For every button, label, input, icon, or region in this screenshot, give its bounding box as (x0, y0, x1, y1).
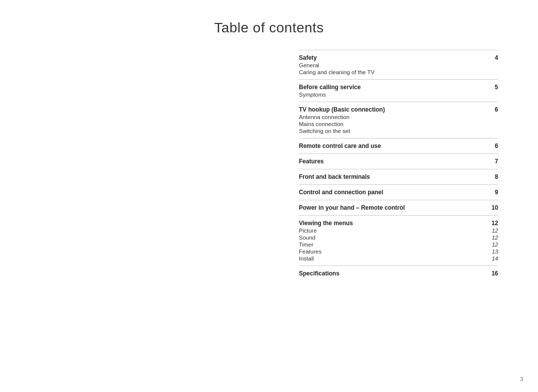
toc-row-safety-sub1: Caring and cleaning of the TV (299, 69, 498, 75)
toc-row-tv-hookup-sub1: Mains connection (299, 121, 498, 127)
toc-row-viewing-menus-sub4: Install 14 (299, 256, 498, 261)
toc-row-viewing-menus-title: Viewing the menus 12 (299, 220, 498, 227)
toc-page-viewing-menus-sub1: 12 (488, 235, 498, 241)
toc-sub-viewing-menus-4: Install (299, 256, 314, 261)
toc-page-features: 7 (488, 158, 498, 165)
toc-section-before-calling: Before calling service 5 Symptoms (299, 79, 498, 102)
toc-page-control-panel: 9 (488, 189, 498, 196)
toc-row-before-calling-sub0: Symptoms (299, 92, 498, 98)
toc-row-safety-title: Safety 4 (299, 54, 498, 61)
toc-sub-tv-hookup-2: Switching on the set (299, 128, 350, 134)
toc-section-tv-hookup: TV hookup (Basic connection) 6 Antenna c… (299, 102, 498, 138)
page-container: Table of contents Safety 4 General Carin… (0, 0, 538, 392)
toc-page-viewing-menus-sub2: 12 (488, 242, 498, 248)
toc-row-before-calling-title: Before calling service 5 (299, 84, 498, 91)
toc-section-front-back: Front and back terminals 8 (299, 169, 498, 184)
toc-title-front-back: Front and back terminals (299, 173, 370, 180)
toc-section-safety: Safety 4 General Caring and cleaning of … (299, 50, 498, 79)
toc-section-control-panel: Control and connection panel 9 (299, 184, 498, 200)
toc-row-remote-control-care-title: Remote control care and use 6 (299, 142, 498, 149)
toc-row-front-back-title: Front and back terminals 8 (299, 173, 498, 180)
toc-row-specifications-title: Specifications 16 (299, 270, 498, 277)
toc-title-features: Features (299, 158, 324, 165)
toc-row-power-remote-title: Power in your hand – Remote control 10 (299, 204, 498, 211)
toc-sub-viewing-menus-3: Features (299, 249, 321, 255)
toc-section-power-remote: Power in your hand – Remote control 10 (299, 200, 498, 215)
toc-page-power-remote: 10 (488, 204, 498, 211)
toc-page-tv-hookup: 6 (488, 106, 498, 113)
toc-page-viewing-menus-sub4: 14 (488, 256, 498, 261)
toc-sub-viewing-menus-0: Picture (299, 228, 317, 234)
toc-section-viewing-menus: Viewing the menus 12 Picture 12 Sound 12… (299, 215, 498, 265)
toc-page-viewing-menus-sub0: 12 (488, 228, 498, 234)
toc-title-safety: Safety (299, 54, 317, 61)
toc-title-tv-hookup: TV hookup (Basic connection) (299, 106, 385, 113)
toc-page-remote-control-care: 6 (488, 142, 498, 149)
toc-sub-safety-1: Caring and cleaning of the TV (299, 69, 375, 75)
toc-sub-tv-hookup-1: Mains connection (299, 121, 344, 127)
toc-title-before-calling: Before calling service (299, 84, 361, 91)
toc-page-specifications: 16 (488, 270, 498, 277)
toc-page-viewing-menus-sub3: 13 (488, 249, 498, 255)
footer-page-number: 3 (520, 376, 523, 382)
toc-sub-before-calling-0: Symptoms (299, 92, 326, 98)
toc-row-safety-sub0: General (299, 62, 498, 68)
page-title: Table of contents (0, 0, 538, 51)
toc-sub-viewing-menus-2: Timer (299, 242, 313, 248)
toc-row-viewing-menus-sub3: Features 13 (299, 249, 498, 255)
toc-row-tv-hookup-sub2: Switching on the set (299, 128, 498, 134)
toc-page-before-calling: 5 (488, 84, 498, 91)
toc-row-viewing-menus-sub1: Sound 12 (299, 235, 498, 241)
toc-page-safety: 4 (488, 54, 498, 61)
toc-title-specifications: Specifications (299, 270, 339, 277)
toc-section-specifications: Specifications 16 (299, 265, 498, 281)
toc-row-tv-hookup-sub0: Antenna connection (299, 114, 498, 120)
toc-sub-viewing-menus-1: Sound (299, 235, 315, 241)
toc-sub-tv-hookup-0: Antenna connection (299, 114, 350, 120)
toc-row-features-title: Features 7 (299, 158, 498, 165)
toc-title-remote-control-care: Remote control care and use (299, 142, 381, 149)
toc-container: Safety 4 General Caring and cleaning of … (299, 50, 498, 281)
toc-page-viewing-menus: 12 (488, 220, 498, 227)
toc-title-power-remote: Power in your hand – Remote control (299, 204, 405, 211)
toc-section-remote-control-care: Remote control care and use 6 (299, 138, 498, 153)
toc-section-features: Features 7 (299, 153, 498, 169)
toc-row-control-panel-title: Control and connection panel 9 (299, 189, 498, 196)
toc-sub-safety-0: General (299, 62, 319, 68)
toc-title-control-panel: Control and connection panel (299, 189, 383, 196)
toc-title-viewing-menus: Viewing the menus (299, 220, 353, 227)
toc-page-front-back: 8 (488, 173, 498, 180)
toc-row-tv-hookup-title: TV hookup (Basic connection) 6 (299, 106, 498, 113)
toc-row-viewing-menus-sub2: Timer 12 (299, 242, 498, 248)
toc-row-viewing-menus-sub0: Picture 12 (299, 228, 498, 234)
